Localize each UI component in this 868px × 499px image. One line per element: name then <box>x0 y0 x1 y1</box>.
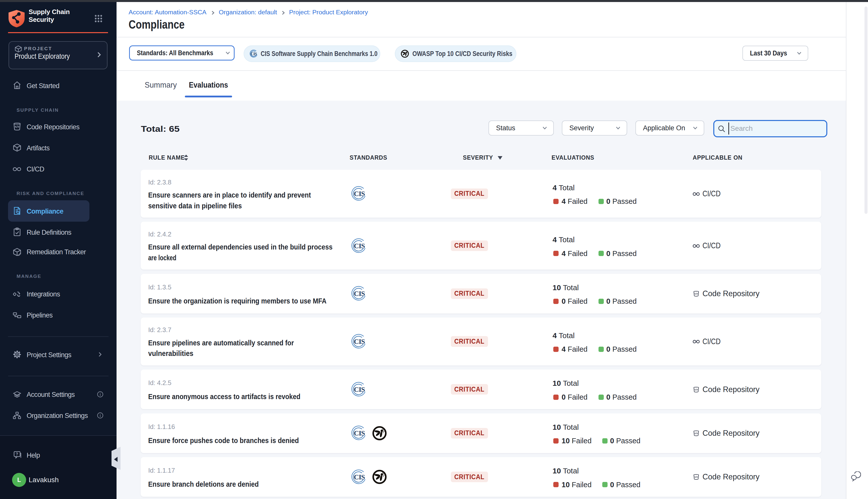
svg-text:CIS: CIS <box>354 429 365 437</box>
svg-text:CIS: CIS <box>354 473 365 481</box>
svg-text:CIS: CIS <box>354 386 365 393</box>
svg-text:CIS: CIS <box>354 190 365 198</box>
svg-text:CIS: CIS <box>354 290 365 298</box>
svg-text:CIS: CIS <box>354 338 365 346</box>
svg-text:CIS: CIS <box>354 242 365 250</box>
svg-text:CIS: CIS <box>251 52 257 56</box>
svg-text:?: ? <box>15 452 18 456</box>
